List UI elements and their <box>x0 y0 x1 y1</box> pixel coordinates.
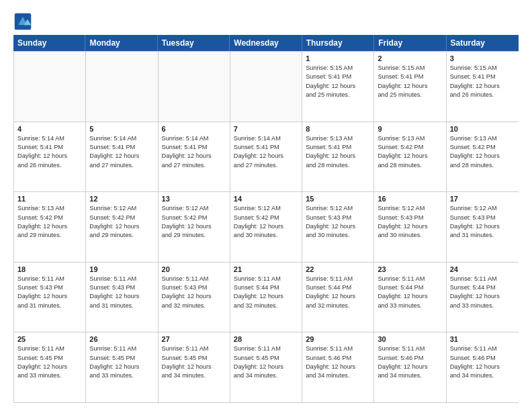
day-number: 18 <box>17 265 82 273</box>
day-info: Sunrise: 5:11 AM Sunset: 5:43 PM Dayligh… <box>17 275 82 310</box>
day-number: 2 <box>378 54 442 62</box>
day-info: Sunrise: 5:13 AM Sunset: 5:41 PM Dayligh… <box>306 134 370 170</box>
day-info: Sunrise: 5:12 AM Sunset: 5:43 PM Dayligh… <box>306 204 370 240</box>
day-number: 23 <box>378 265 442 273</box>
day-number: 26 <box>89 335 154 343</box>
calendar-cell: 14Sunrise: 5:12 AM Sunset: 5:42 PM Dayli… <box>230 192 302 262</box>
calendar-cell: 29Sunrise: 5:11 AM Sunset: 5:46 PM Dayli… <box>302 332 374 402</box>
day-number: 9 <box>378 125 442 133</box>
logo-icon <box>13 12 32 31</box>
calendar-cell <box>230 52 302 122</box>
calendar-cell: 1Sunrise: 5:15 AM Sunset: 5:41 PM Daylig… <box>302 52 374 122</box>
header <box>13 12 519 31</box>
calendar-cell: 22Sunrise: 5:11 AM Sunset: 5:44 PM Dayli… <box>302 263 374 332</box>
day-info: Sunrise: 5:14 AM Sunset: 5:41 PM Dayligh… <box>17 134 82 170</box>
calendar-cell <box>14 52 86 122</box>
calendar-cell: 20Sunrise: 5:11 AM Sunset: 5:43 PM Dayli… <box>159 263 230 332</box>
calendar-cell <box>86 52 158 122</box>
calendar-row: 18Sunrise: 5:11 AM Sunset: 5:43 PM Dayli… <box>14 262 519 332</box>
day-info: Sunrise: 5:11 AM Sunset: 5:43 PM Dayligh… <box>162 275 226 310</box>
day-number: 24 <box>450 265 515 273</box>
day-number: 14 <box>234 195 298 203</box>
day-number: 13 <box>162 195 226 203</box>
calendar-cell: 21Sunrise: 5:11 AM Sunset: 5:44 PM Dayli… <box>230 263 302 332</box>
calendar-cell: 24Sunrise: 5:11 AM Sunset: 5:44 PM Dayli… <box>447 263 519 332</box>
page: SundayMondayTuesdayWednesdayThursdayFrid… <box>0 0 532 411</box>
calendar-body: 1Sunrise: 5:15 AM Sunset: 5:41 PM Daylig… <box>13 51 519 403</box>
day-number: 1 <box>306 54 370 62</box>
day-number: 30 <box>378 335 442 343</box>
calendar-cell: 8Sunrise: 5:13 AM Sunset: 5:41 PM Daylig… <box>302 122 374 192</box>
calendar-row: 25Sunrise: 5:11 AM Sunset: 5:45 PM Dayli… <box>14 332 519 402</box>
header-day: Friday <box>374 35 446 51</box>
calendar-cell: 11Sunrise: 5:13 AM Sunset: 5:42 PM Dayli… <box>14 192 86 262</box>
calendar-cell: 9Sunrise: 5:13 AM Sunset: 5:42 PM Daylig… <box>374 122 446 192</box>
day-info: Sunrise: 5:15 AM Sunset: 5:41 PM Dayligh… <box>306 64 370 99</box>
day-number: 8 <box>306 125 370 133</box>
day-info: Sunrise: 5:11 AM Sunset: 5:44 PM Dayligh… <box>306 275 370 310</box>
calendar-cell: 12Sunrise: 5:12 AM Sunset: 5:42 PM Dayli… <box>86 192 158 262</box>
day-number: 22 <box>306 265 370 273</box>
day-info: Sunrise: 5:12 AM Sunset: 5:43 PM Dayligh… <box>450 204 515 240</box>
day-number: 7 <box>234 125 298 133</box>
day-info: Sunrise: 5:11 AM Sunset: 5:43 PM Dayligh… <box>89 275 154 310</box>
day-number: 5 <box>89 125 154 133</box>
calendar-cell: 3Sunrise: 5:15 AM Sunset: 5:41 PM Daylig… <box>447 52 519 122</box>
calendar-cell: 4Sunrise: 5:14 AM Sunset: 5:41 PM Daylig… <box>14 122 86 192</box>
logo <box>13 12 35 31</box>
day-info: Sunrise: 5:15 AM Sunset: 5:41 PM Dayligh… <box>450 64 515 99</box>
day-number: 15 <box>306 195 370 203</box>
day-number: 28 <box>234 335 298 343</box>
calendar-row: 1Sunrise: 5:15 AM Sunset: 5:41 PM Daylig… <box>14 51 519 122</box>
day-info: Sunrise: 5:11 AM Sunset: 5:44 PM Dayligh… <box>450 275 515 310</box>
calendar-cell: 7Sunrise: 5:14 AM Sunset: 5:41 PM Daylig… <box>230 122 302 192</box>
day-info: Sunrise: 5:12 AM Sunset: 5:42 PM Dayligh… <box>162 204 226 240</box>
day-info: Sunrise: 5:11 AM Sunset: 5:45 PM Dayligh… <box>162 345 226 380</box>
day-info: Sunrise: 5:12 AM Sunset: 5:42 PM Dayligh… <box>89 204 154 240</box>
calendar-cell: 16Sunrise: 5:12 AM Sunset: 5:43 PM Dayli… <box>374 192 446 262</box>
calendar-cell: 10Sunrise: 5:13 AM Sunset: 5:42 PM Dayli… <box>447 122 519 192</box>
header-day: Tuesday <box>158 35 230 51</box>
header-day: Wednesday <box>230 35 302 51</box>
day-info: Sunrise: 5:13 AM Sunset: 5:42 PM Dayligh… <box>378 134 442 170</box>
day-info: Sunrise: 5:11 AM Sunset: 5:46 PM Dayligh… <box>450 345 515 380</box>
day-info: Sunrise: 5:11 AM Sunset: 5:46 PM Dayligh… <box>306 345 370 380</box>
header-day: Sunday <box>13 35 85 51</box>
day-info: Sunrise: 5:12 AM Sunset: 5:43 PM Dayligh… <box>378 204 442 240</box>
calendar: SundayMondayTuesdayWednesdayThursdayFrid… <box>13 35 519 403</box>
calendar-cell: 30Sunrise: 5:11 AM Sunset: 5:46 PM Dayli… <box>374 332 446 402</box>
calendar-cell: 27Sunrise: 5:11 AM Sunset: 5:45 PM Dayli… <box>159 332 230 402</box>
calendar-cell: 31Sunrise: 5:11 AM Sunset: 5:46 PM Dayli… <box>447 332 519 402</box>
day-number: 31 <box>450 335 515 343</box>
day-info: Sunrise: 5:14 AM Sunset: 5:41 PM Dayligh… <box>89 134 154 170</box>
day-info: Sunrise: 5:14 AM Sunset: 5:41 PM Dayligh… <box>234 134 298 170</box>
calendar-cell: 15Sunrise: 5:12 AM Sunset: 5:43 PM Dayli… <box>302 192 374 262</box>
day-info: Sunrise: 5:11 AM Sunset: 5:45 PM Dayligh… <box>234 345 298 380</box>
calendar-cell: 13Sunrise: 5:12 AM Sunset: 5:42 PM Dayli… <box>159 192 230 262</box>
day-info: Sunrise: 5:11 AM Sunset: 5:46 PM Dayligh… <box>378 345 442 380</box>
day-number: 3 <box>450 54 515 62</box>
header-day: Saturday <box>447 35 519 51</box>
day-number: 19 <box>89 265 154 273</box>
day-number: 16 <box>378 195 442 203</box>
day-info: Sunrise: 5:15 AM Sunset: 5:41 PM Dayligh… <box>378 64 442 99</box>
day-info: Sunrise: 5:14 AM Sunset: 5:41 PM Dayligh… <box>162 134 226 170</box>
day-number: 17 <box>450 195 515 203</box>
day-number: 21 <box>234 265 298 273</box>
day-info: Sunrise: 5:13 AM Sunset: 5:42 PM Dayligh… <box>450 134 515 170</box>
calendar-cell: 17Sunrise: 5:12 AM Sunset: 5:43 PM Dayli… <box>447 192 519 262</box>
day-number: 25 <box>17 335 82 343</box>
calendar-cell: 6Sunrise: 5:14 AM Sunset: 5:41 PM Daylig… <box>159 122 230 192</box>
day-info: Sunrise: 5:11 AM Sunset: 5:44 PM Dayligh… <box>378 275 442 310</box>
day-number: 12 <box>89 195 154 203</box>
day-number: 29 <box>306 335 370 343</box>
calendar-row: 11Sunrise: 5:13 AM Sunset: 5:42 PM Dayli… <box>14 191 519 262</box>
calendar-cell: 26Sunrise: 5:11 AM Sunset: 5:45 PM Dayli… <box>86 332 158 402</box>
calendar-header: SundayMondayTuesdayWednesdayThursdayFrid… <box>13 35 519 51</box>
day-number: 20 <box>162 265 226 273</box>
day-number: 10 <box>450 125 515 133</box>
calendar-cell: 23Sunrise: 5:11 AM Sunset: 5:44 PM Dayli… <box>374 263 446 332</box>
calendar-cell: 2Sunrise: 5:15 AM Sunset: 5:41 PM Daylig… <box>374 52 446 122</box>
calendar-cell: 18Sunrise: 5:11 AM Sunset: 5:43 PM Dayli… <box>14 263 86 332</box>
day-number: 4 <box>17 125 82 133</box>
